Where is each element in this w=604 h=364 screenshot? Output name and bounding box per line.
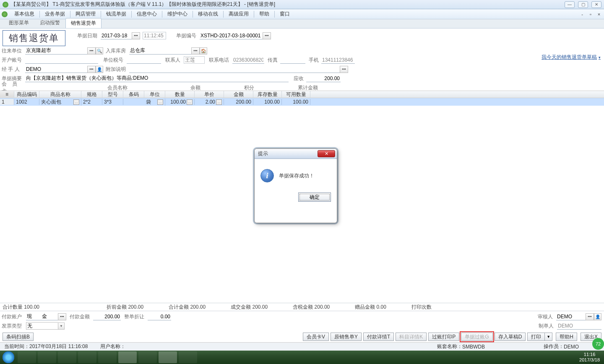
col-stock[interactable]: 库存数量	[253, 91, 282, 98]
name-lookup-icon[interactable]: …	[73, 99, 79, 105]
input-whole-disc[interactable]	[148, 313, 171, 320]
menu-eshop[interactable]: 网店管理	[71, 10, 100, 18]
whs-detail-icon[interactable]: 🏠	[200, 47, 207, 55]
input-mobile[interactable]	[321, 56, 355, 64]
tab-start-alarm[interactable]: 启动报警	[34, 18, 65, 28]
input-inv-type[interactable]	[26, 322, 58, 330]
cell-amount[interactable]: 200.00	[224, 99, 253, 105]
doc-no-lookup-button[interactable]: •••	[263, 32, 271, 39]
cell-code[interactable]: 1002	[14, 99, 39, 105]
minimize-button[interactable]: —	[565, 1, 575, 8]
taskbar-pin-2[interactable]	[38, 351, 56, 363]
menu-info-center[interactable]: 信息中心	[133, 10, 161, 18]
col-barcode[interactable]: 条码	[123, 91, 144, 98]
col-code[interactable]: 商品编码	[14, 91, 39, 98]
mdi-close-button[interactable]: ×	[596, 11, 602, 17]
input-from-unit[interactable]	[25, 47, 87, 55]
input-auditor[interactable]	[556, 313, 586, 320]
pay-detail-button[interactable]: 付款详情T	[363, 333, 394, 341]
mdi-restore-button[interactable]: ▫	[587, 11, 594, 17]
tray-clock[interactable]: 11:16 2017/3/18	[575, 352, 604, 363]
dialog-title-bar[interactable]: 提示 ✕	[255, 149, 337, 159]
unit-lookup-icon[interactable]: …	[157, 99, 163, 105]
auditor-lookup-button[interactable]: •••	[586, 313, 594, 320]
from-unit-detail-icon[interactable]: 🔍	[96, 47, 103, 55]
col-price[interactable]: 单价	[195, 91, 224, 98]
cell-unit[interactable]: 袋…	[144, 99, 165, 106]
taskbar-pin-9[interactable]	[179, 351, 197, 363]
input-in-whs[interactable]	[129, 47, 191, 55]
input-open-acct[interactable]	[25, 56, 98, 64]
post-print-button[interactable]: 过账打印P	[428, 333, 459, 341]
col-amount[interactable]: 金额	[224, 91, 253, 98]
date-picker-button[interactable]: •••	[132, 32, 140, 39]
menu-biz-docs[interactable]: 业务单据	[41, 10, 69, 18]
post-button[interactable]: 单据过账G	[461, 333, 492, 341]
menu-maint[interactable]: 维护中心	[163, 10, 192, 18]
cell-spec[interactable]: 2*2	[81, 99, 102, 105]
save-draft-button[interactable]: 存入草稿D	[495, 333, 526, 341]
menu-cashflow[interactable]: 钱流单据	[102, 10, 130, 18]
print-dropdown-icon[interactable]: ▼	[545, 333, 552, 341]
taskbar-pin-4[interactable]	[78, 351, 96, 363]
notification-bubble[interactable]: 72	[592, 338, 604, 350]
input-doc-date[interactable]	[101, 32, 132, 39]
input-unit-tax[interactable]	[127, 56, 161, 64]
inv-type-dropdown-icon[interactable]: ▼	[58, 322, 65, 330]
cell-price[interactable]: 2.00…	[195, 99, 224, 105]
handler-detail-icon[interactable]: 👤	[96, 66, 103, 73]
auditor-detail-icon[interactable]: 👤	[594, 313, 601, 320]
pay-acct-lookup-button[interactable]: •••	[58, 313, 66, 320]
cell-qty[interactable]: 100.00…	[165, 99, 195, 105]
whs-lookup-button[interactable]: •••	[191, 47, 200, 55]
qty-lookup-icon[interactable]: …	[187, 99, 193, 105]
remark-expand-button[interactable]: •••	[340, 66, 348, 73]
table-row[interactable]: 1 1002 夹心面包… 2*2 3*3 袋… 100.00… 2.00… 20…	[0, 98, 604, 106]
handler-lookup-button[interactable]: •••	[87, 66, 96, 73]
dialog-ok-button[interactable]: 确定	[298, 192, 331, 202]
member-card-button[interactable]: 会员卡V	[303, 333, 329, 341]
from-unit-lookup-button[interactable]: •••	[87, 47, 96, 55]
col-unit[interactable]: 单位	[144, 91, 165, 98]
grid-corner[interactable]: ≡	[0, 91, 14, 97]
menu-basic-info[interactable]: 基本信息	[10, 10, 39, 18]
input-handler[interactable]	[25, 65, 87, 73]
barcode-scan-button[interactable]: 条码扫描B	[3, 333, 34, 341]
input-fax[interactable]	[280, 56, 305, 64]
menu-advanced[interactable]: 高级应用	[224, 10, 253, 18]
input-phone[interactable]	[232, 56, 264, 64]
col-qty[interactable]: 数量	[165, 91, 195, 98]
input-pay-acct[interactable]	[26, 313, 58, 320]
taskbar-pin-3[interactable]	[58, 351, 76, 363]
menu-window[interactable]: 窗口	[276, 10, 294, 18]
input-pay-amt[interactable]	[93, 313, 121, 320]
input-doc-no[interactable]	[200, 32, 263, 39]
taskbar-pin-5[interactable]	[98, 351, 117, 363]
taskbar-pin-6[interactable]	[118, 351, 137, 363]
tab-sales-return[interactable]: 销售退货单	[65, 18, 102, 28]
menu-help[interactable]: 帮助	[255, 10, 273, 18]
dialog-close-button[interactable]: ✕	[318, 150, 335, 157]
cell-model[interactable]: 3*3	[102, 99, 123, 105]
maximize-button[interactable]: ▢	[578, 1, 588, 8]
tab-graphic-menu[interactable]: 图形菜单	[3, 18, 34, 28]
menu-mobile[interactable]: 移动在线	[194, 10, 222, 18]
input-remark[interactable]	[129, 65, 340, 73]
taskbar-pin-7[interactable]	[138, 351, 157, 363]
col-model[interactable]: 型号	[102, 91, 123, 98]
col-name[interactable]: 商品名称	[39, 91, 81, 98]
input-summary[interactable]	[25, 75, 289, 82]
taskbar-pin-8[interactable]	[159, 351, 177, 363]
col-spec[interactable]: 规格	[81, 91, 102, 98]
price-lookup-icon[interactable]: …	[216, 99, 222, 105]
cell-name[interactable]: 夹心面包…	[39, 99, 81, 106]
orig-sale-button[interactable]: 原销售单Y	[331, 333, 362, 341]
print-button[interactable]: 打印	[527, 333, 545, 341]
close-button[interactable]: ✕	[591, 1, 601, 8]
start-button[interactable]	[0, 351, 17, 364]
input-contact[interactable]	[184, 56, 205, 64]
col-avail[interactable]: 可用数量	[282, 91, 310, 98]
help-button[interactable]: 帮助H	[556, 333, 577, 341]
mdi-minimize-button[interactable]: -	[579, 11, 586, 17]
taskbar-pin-1[interactable]	[18, 351, 36, 363]
